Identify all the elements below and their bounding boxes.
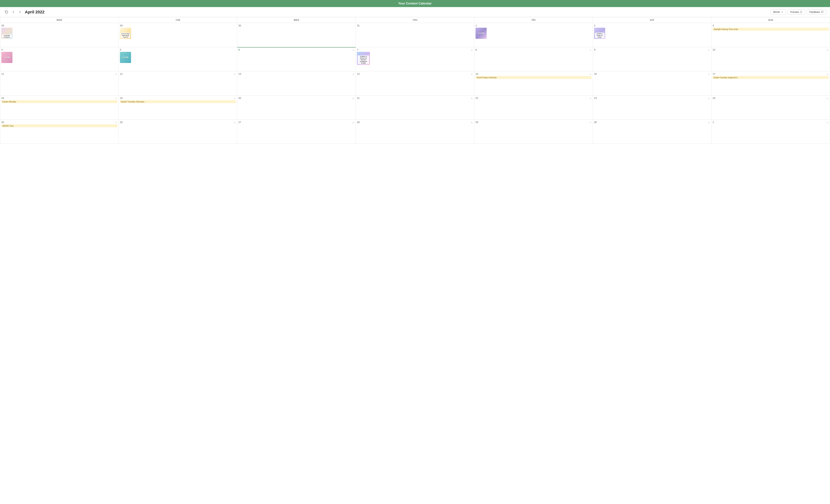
add-post-button[interactable]: + bbox=[708, 48, 710, 52]
day-header-fri: FRI bbox=[474, 17, 593, 23]
day-number: 26 bbox=[120, 121, 236, 124]
add-post-button[interactable]: + bbox=[471, 97, 473, 100]
post-thumbnail[interactable]: 2:0 PM bbox=[120, 52, 131, 63]
thumbnail-image: 2:0 PMCreate a Team on Palfy bbox=[594, 28, 605, 39]
day-number: 25 bbox=[1, 121, 118, 124]
app-header: Your Content Calendar bbox=[0, 0, 830, 7]
add-post-button[interactable]: + bbox=[352, 121, 354, 125]
day-number: 12 bbox=[120, 72, 236, 75]
day-cell: 10+ bbox=[711, 47, 830, 71]
day-number: 22 bbox=[476, 97, 592, 99]
day-number: 5 bbox=[120, 48, 236, 51]
add-post-button[interactable]: + bbox=[826, 121, 829, 125]
day-cell: 23+ bbox=[593, 96, 711, 120]
event-badge[interactable]: Easter Tuesday (Tasmani... bbox=[120, 100, 236, 103]
day-number: 21 bbox=[357, 97, 473, 99]
prev-month-button[interactable] bbox=[11, 10, 16, 14]
day-number: 8 bbox=[476, 48, 592, 51]
post-thumbnail[interactable]: A Four Step Marketing Funnel bbox=[120, 28, 131, 39]
day-number: 28 bbox=[1, 24, 118, 27]
add-post-button[interactable]: + bbox=[233, 72, 236, 76]
add-post-button[interactable]: + bbox=[589, 72, 592, 76]
add-post-button[interactable]: + bbox=[826, 97, 829, 100]
day-cell: 24+ bbox=[711, 96, 830, 120]
add-post-button[interactable]: + bbox=[708, 121, 710, 125]
day-cell: 11+ bbox=[0, 71, 119, 96]
header-title: Your Content Calendar bbox=[398, 2, 432, 5]
day-number: 13 bbox=[238, 72, 354, 75]
post-thumbnail[interactable]: 2:0 PMCreate a Team on Palfy bbox=[594, 28, 605, 39]
add-post-button[interactable]: + bbox=[115, 121, 117, 125]
month-view-button[interactable]: Month bbox=[770, 9, 786, 15]
add-post-button[interactable]: + bbox=[471, 72, 473, 76]
day-cell: 3Daylight Saving Time ends bbox=[711, 23, 830, 47]
thumbnail-image: LinkedIn Analytics bbox=[1, 28, 12, 39]
day-cell: 30+ bbox=[593, 120, 711, 144]
post-thumbnail[interactable]: 2:0 PM5 Ways to Revive an Inactive Insta… bbox=[357, 52, 370, 65]
day-cell: 52:0 PM bbox=[119, 47, 237, 71]
add-post-button[interactable]: + bbox=[708, 72, 710, 76]
day-cell: 9+ bbox=[593, 47, 711, 71]
day-number: 1 bbox=[476, 24, 592, 27]
day-cell: 29A Four Step Marketing Funnel bbox=[119, 23, 237, 47]
add-post-button[interactable]: + bbox=[115, 97, 117, 100]
day-cell: 22:0 PMCreate a Team on Palfy bbox=[593, 23, 711, 47]
post-thumbnail[interactable]: 2:0 PM bbox=[1, 52, 12, 63]
post-thumbnail[interactable]: 2:0 PM bbox=[476, 28, 487, 39]
day-number: 28 bbox=[357, 121, 473, 124]
event-badge[interactable]: Easter Sunday (regional h... bbox=[712, 76, 829, 79]
day-cell: 18+Easter Monday bbox=[0, 96, 119, 120]
preview-button[interactable]: Preview bbox=[788, 9, 805, 15]
day-number: 30 bbox=[594, 121, 710, 124]
add-post-button[interactable]: + bbox=[352, 72, 354, 76]
day-number: 16 bbox=[594, 72, 710, 75]
event-badge[interactable]: Daylight Saving Time ends bbox=[712, 28, 829, 31]
thumbnail-image: A Four Step Marketing Funnel bbox=[120, 28, 131, 39]
today-indicator bbox=[237, 47, 356, 47]
add-post-button[interactable]: + bbox=[115, 72, 117, 76]
day-cell: 20+ bbox=[237, 96, 356, 120]
add-post-button[interactable]: + bbox=[589, 121, 592, 125]
svg-rect-0 bbox=[800, 11, 802, 13]
day-cell: 1+ bbox=[711, 120, 830, 144]
day-cell: 15+Good Friday (Victoria) bbox=[474, 71, 593, 96]
day-cell: 7+2:0 PM5 Ways to Revive an Inactive Ins… bbox=[356, 47, 474, 71]
day-number: 15 bbox=[476, 72, 592, 75]
day-cell: 30 bbox=[237, 23, 356, 47]
thumbnail-image: 2:0 PM bbox=[476, 28, 487, 39]
day-cell: 28LinkedIn Analytics bbox=[0, 23, 119, 47]
day-cell: 42:0 PM bbox=[0, 47, 119, 71]
add-post-button[interactable]: + bbox=[708, 97, 710, 100]
day-cell: 12+ bbox=[119, 71, 237, 96]
day-cell: 6+ bbox=[237, 47, 356, 71]
add-post-button[interactable]: + bbox=[589, 48, 592, 52]
event-badge[interactable]: Good Friday (Victoria) bbox=[476, 76, 592, 79]
day-header-wed: WED bbox=[237, 17, 356, 23]
add-post-button[interactable]: + bbox=[589, 97, 592, 100]
add-post-button[interactable]: + bbox=[233, 121, 236, 125]
day-cell: 29+ bbox=[474, 120, 593, 144]
day-number: 29 bbox=[476, 121, 592, 124]
add-post-button[interactable]: + bbox=[826, 72, 829, 76]
day-header-sat: SAT bbox=[593, 17, 711, 23]
event-badge[interactable]: ANZAC Day bbox=[1, 124, 118, 127]
add-post-button[interactable]: + bbox=[471, 121, 473, 125]
feedback-button[interactable]: Feedback bbox=[806, 9, 826, 15]
refresh-button[interactable] bbox=[4, 10, 9, 14]
day-cell: 13+ bbox=[237, 71, 356, 96]
day-number: 3 bbox=[712, 24, 829, 27]
day-number: 7 bbox=[357, 48, 473, 51]
add-post-button[interactable]: + bbox=[826, 48, 829, 52]
day-number: 19 bbox=[120, 97, 236, 99]
post-thumbnail[interactable]: LinkedIn Analytics bbox=[1, 28, 12, 39]
next-month-button[interactable] bbox=[18, 10, 23, 14]
day-number: 23 bbox=[594, 97, 710, 99]
thumbnail-image: 2:0 PM bbox=[1, 52, 12, 63]
event-badge[interactable]: Easter Monday bbox=[1, 100, 118, 103]
add-post-button[interactable]: + bbox=[471, 48, 473, 52]
add-post-button[interactable]: + bbox=[352, 97, 354, 100]
add-post-button[interactable]: + bbox=[233, 97, 236, 100]
day-cell: 12:0 PM bbox=[474, 23, 593, 47]
day-header-mon: MON bbox=[0, 17, 119, 23]
add-post-button[interactable]: + bbox=[352, 48, 354, 52]
